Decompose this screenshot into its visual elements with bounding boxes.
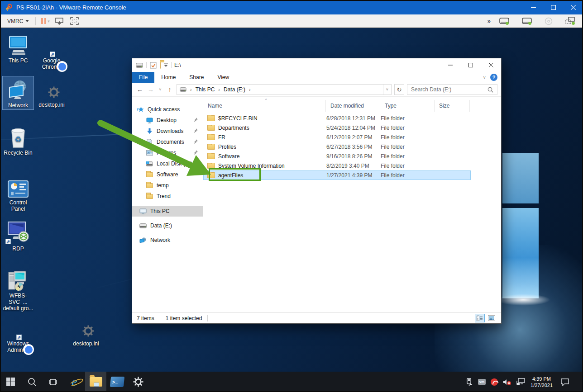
file-row[interactable]: Departments 5/24/2018 12:04 PM File fold… bbox=[203, 123, 471, 132]
nav-network[interactable]: Network bbox=[132, 235, 203, 246]
file-explorer-button[interactable] bbox=[85, 372, 106, 392]
trend-micro-icon[interactable] bbox=[491, 378, 498, 386]
desktop-icon-recycle-bin[interactable]: ♻ Recycle Bin bbox=[2, 124, 34, 157]
breadcrumb-this-pc[interactable]: This PC bbox=[196, 86, 215, 93]
hard-disk-1-icon[interactable] bbox=[496, 16, 512, 26]
task-view-button[interactable] bbox=[43, 372, 64, 392]
nav-desktop[interactable]: Desktop bbox=[132, 115, 203, 126]
nav-quick-access[interactable]: Quick access bbox=[132, 104, 203, 115]
desktop-icon-this-pc[interactable]: This PC bbox=[2, 32, 34, 65]
maximize-button[interactable] bbox=[460, 58, 481, 72]
cd-drive-icon[interactable] bbox=[541, 16, 556, 26]
quick-access-toolbar bbox=[136, 62, 172, 69]
chevron-down-icon[interactable]: ▾ bbox=[48, 19, 50, 24]
tab-share[interactable]: Share bbox=[182, 72, 210, 83]
explorer-window-controls bbox=[440, 58, 501, 72]
nav-local-disk-c[interactable]: Local Disk (C:) bbox=[132, 158, 203, 169]
collapse-ribbon-icon[interactable]: ˅ bbox=[483, 75, 486, 80]
network-status-icon[interactable] bbox=[516, 378, 526, 386]
settings-button[interactable] bbox=[128, 372, 149, 392]
file-row[interactable]: FR 6/12/2019 2:07 PM File folder bbox=[203, 132, 471, 142]
column-header-size[interactable]: Size bbox=[435, 100, 470, 112]
folder-icon bbox=[207, 172, 215, 178]
close-button[interactable] bbox=[563, 0, 583, 14]
customize-qat-button[interactable] bbox=[164, 63, 168, 67]
maximize-button[interactable] bbox=[543, 0, 563, 14]
forward-button[interactable]: → bbox=[147, 86, 155, 93]
large-icons-view-button[interactable] bbox=[487, 314, 497, 322]
action-center-icon[interactable] bbox=[560, 378, 569, 386]
fullscreen-icon bbox=[70, 17, 79, 25]
more-chevrons-icon[interactable]: » bbox=[487, 18, 490, 24]
search-input[interactable]: Search Data (E:) bbox=[407, 84, 497, 95]
desktop-icon-desktop-ini-2[interactable]: desktop.ini bbox=[70, 315, 102, 348]
new-folder-button[interactable] bbox=[160, 62, 161, 68]
back-button[interactable]: ← bbox=[136, 86, 144, 93]
desktop[interactable]: This PC ↗ Google Chrome Network desktop.… bbox=[0, 28, 583, 372]
nav-temp[interactable]: temp bbox=[132, 180, 203, 191]
address-input[interactable]: › This PC › Data (E:) › bbox=[177, 84, 383, 95]
desktop-icon-google-chrome[interactable]: ↗ Google Chrome bbox=[36, 32, 67, 71]
powershell-icon: >_ bbox=[110, 377, 124, 387]
help-icon[interactable]: ? bbox=[490, 74, 497, 81]
taskbar-clock[interactable]: 4:39 PM 1/27/2021 bbox=[530, 376, 553, 388]
send-ctrl-alt-del-button[interactable] bbox=[52, 16, 67, 26]
usb-device-icon[interactable] bbox=[466, 378, 473, 386]
start-button[interactable] bbox=[0, 372, 21, 392]
desktop-icon-network[interactable]: Network bbox=[2, 76, 34, 110]
desktop-icon-windows-admin[interactable]: ↗ Windows Admin ... bbox=[2, 315, 34, 354]
nav-software[interactable]: Software bbox=[132, 169, 203, 180]
breadcrumb-data-e[interactable]: Data (E:) bbox=[224, 86, 245, 93]
pause-vm-button[interactable]: ▾ bbox=[39, 18, 52, 24]
desktop-icon-wfbs-installer[interactable]: WFBS-SVC_... default gro... bbox=[2, 267, 34, 312]
file-row[interactable]: $RECYCLE.BIN 6/28/2018 12:31 PM File fol… bbox=[203, 113, 471, 123]
fullscreen-button[interactable] bbox=[67, 16, 82, 26]
vmrc-menu-button[interactable]: VMRC bbox=[5, 16, 32, 26]
nav-pictures[interactable]: Pictures bbox=[132, 147, 203, 158]
nav-documents[interactable]: Documents bbox=[132, 137, 203, 147]
file-row[interactable]: System Volume Information 8/2/2019 3:40 … bbox=[203, 161, 471, 170]
column-header-date-modified[interactable]: Date modified bbox=[326, 100, 380, 112]
file-explorer-window: E:\ File Home Share View ˅ ? ← → bbox=[132, 58, 502, 324]
volume-muted-icon[interactable] bbox=[503, 378, 511, 386]
desktop-icon-desktop-ini[interactable]: desktop.ini bbox=[36, 76, 67, 109]
nav-trend[interactable]: Trend bbox=[132, 191, 203, 202]
shortcut-arrow-icon: ↗ bbox=[5, 239, 11, 244]
pause-icon bbox=[44, 18, 46, 24]
close-button[interactable] bbox=[481, 58, 501, 72]
minimize-button[interactable] bbox=[440, 58, 460, 72]
file-row[interactable]: Profiles 6/27/2018 3:56 PM File folder bbox=[203, 142, 471, 151]
internet-explorer-button[interactable]: e bbox=[64, 372, 85, 392]
file-row[interactable]: Software 9/16/2018 8:26 PM File folder bbox=[203, 151, 471, 161]
explorer-titlebar[interactable]: E:\ bbox=[132, 58, 501, 72]
hard-disk-2-icon[interactable] bbox=[519, 16, 535, 26]
tab-file[interactable]: File bbox=[132, 72, 154, 83]
desktop-icon-control-panel[interactable]: Control Panel bbox=[2, 174, 34, 213]
search-icon[interactable] bbox=[487, 87, 493, 93]
vmware-tools-icon[interactable]: vm bbox=[478, 379, 486, 385]
address-dropdown-icon[interactable]: ˅ bbox=[383, 84, 392, 95]
minimize-button[interactable] bbox=[523, 0, 543, 14]
properties-button[interactable] bbox=[150, 62, 157, 69]
powershell-button[interactable]: >_ bbox=[106, 372, 128, 392]
chevron-right-icon: › bbox=[248, 87, 252, 92]
up-button[interactable]: ↑ bbox=[166, 86, 174, 93]
nav-downloads[interactable]: Downloads bbox=[132, 126, 203, 137]
tab-home[interactable]: Home bbox=[154, 72, 182, 83]
file-row-agentfiles-selected[interactable]: agentFiles 1/27/2021 4:39 PM File folder bbox=[203, 170, 471, 180]
recent-locations-icon[interactable]: ˅ bbox=[158, 87, 163, 92]
column-header-type[interactable]: Type bbox=[380, 100, 435, 112]
tab-view[interactable]: View bbox=[210, 72, 236, 83]
refresh-icon[interactable]: ↻ bbox=[394, 84, 404, 95]
nav-data-e[interactable]: Data (E:) bbox=[132, 220, 203, 231]
search-button[interactable] bbox=[21, 372, 43, 392]
column-header-name[interactable]: ⌃Name bbox=[203, 100, 326, 112]
vmrc-titlebar: PS-FS01-2iAh - VMware Remote Console bbox=[0, 0, 583, 14]
details-view-button[interactable] bbox=[475, 314, 485, 322]
nav-this-pc[interactable]: This PC bbox=[132, 206, 203, 217]
shortcut-arrow-icon: ↗ bbox=[16, 335, 22, 340]
search-icon bbox=[28, 378, 37, 387]
pin-icon bbox=[193, 139, 198, 146]
desktop-icon-rdp[interactable]: ↗ RDP bbox=[2, 220, 34, 253]
virtual-network-icon[interactable] bbox=[562, 16, 578, 26]
